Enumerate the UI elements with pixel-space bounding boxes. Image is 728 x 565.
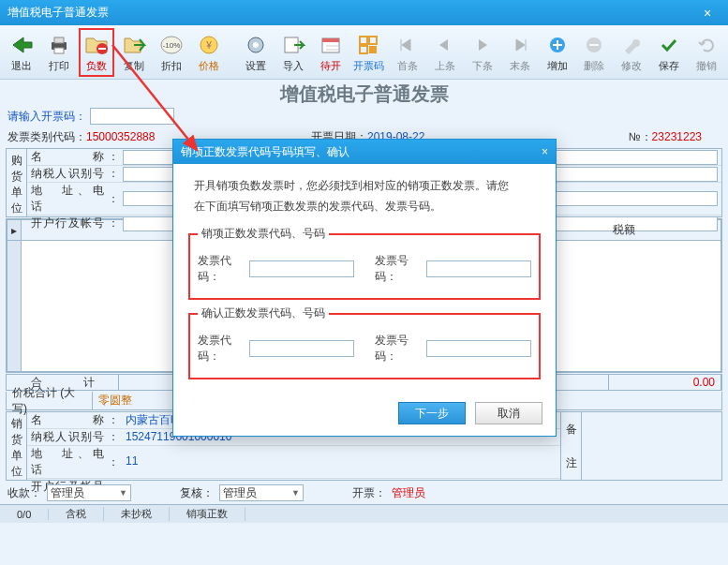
operators-row: 收款： 管理员▼ 复核： 管理员▼ 开票： 管理员 xyxy=(0,482,728,504)
copy-icon xyxy=(120,32,148,58)
inv-kind-cell: 销项正数 xyxy=(170,507,245,521)
type-code-label: 发票类别代码： xyxy=(7,129,86,145)
svg-rect-17 xyxy=(369,37,377,44)
calendar-icon xyxy=(317,32,345,58)
save-button[interactable]: 保存 xyxy=(651,28,687,77)
confirm-code-input[interactable] xyxy=(249,340,354,357)
code-button[interactable]: 开票码 xyxy=(350,28,386,77)
window-close-icon[interactable]: × xyxy=(694,6,721,21)
in-code-label: 请输入开票码： xyxy=(7,109,86,125)
folder-minus-icon xyxy=(82,32,111,58)
next-icon xyxy=(468,32,497,58)
seller-addr: 11 xyxy=(123,454,557,469)
modal-close-icon[interactable]: × xyxy=(542,145,548,158)
svg-rect-2 xyxy=(54,48,64,53)
no-value: 23231223 xyxy=(652,130,702,143)
setting-button[interactable]: 设置 xyxy=(239,28,275,77)
original-invoice-group: 销项正数发票代码、号码 发票代码： 发票号码： xyxy=(188,226,541,300)
main-toolbar: 退出 打印 负数 复制 -10% 折扣 ¥ 价格 设置 导入 待开 开票码 首条… xyxy=(0,25,728,80)
plus-icon xyxy=(543,32,572,58)
last-icon xyxy=(506,32,534,58)
svg-rect-1 xyxy=(54,37,64,43)
count-cell: 0/0 xyxy=(0,509,49,520)
reviewer-select[interactable]: 管理员▼ xyxy=(219,484,304,501)
svg-rect-22 xyxy=(589,44,599,46)
first-icon xyxy=(394,32,422,58)
modal-instruction: 开具销项负数发票时，您必须找到相对应的销项正数发票。请您 在下面填写销项正数发票… xyxy=(188,175,541,216)
no-label: №： xyxy=(629,129,652,145)
exit-button[interactable]: 退出 xyxy=(4,28,39,77)
svg-point-10 xyxy=(253,42,259,48)
import-icon xyxy=(279,32,307,58)
svg-rect-18 xyxy=(360,46,367,53)
cashier-select[interactable]: 管理员▼ xyxy=(47,484,131,501)
undo-button[interactable]: 撤销 xyxy=(689,28,724,77)
confirm-invoice-group: 确认正数发票代码、号码 发票代码： 发票号码： xyxy=(188,305,541,379)
discount-button[interactable]: -10% 折扣 xyxy=(154,28,189,77)
orig-code-input[interactable] xyxy=(249,260,354,277)
negative-button[interactable]: 负数 xyxy=(79,28,114,77)
print-button[interactable]: 打印 xyxy=(41,28,77,77)
import-button[interactable]: 导入 xyxy=(275,28,311,77)
page-title: 增值税电子普通发票 xyxy=(0,82,728,106)
pending-button[interactable]: 待开 xyxy=(313,28,349,77)
nav-prev-button[interactable]: 上条 xyxy=(427,28,463,77)
mod-button[interactable]: 修改 xyxy=(614,28,649,77)
svg-text:¥: ¥ xyxy=(205,40,212,51)
copy-button[interactable]: 复制 xyxy=(116,28,152,77)
remark-area[interactable] xyxy=(581,412,721,480)
cap-value: 零圆整 xyxy=(98,394,132,407)
issuer-value: 管理员 xyxy=(392,485,425,501)
price-icon: ¥ xyxy=(195,32,223,58)
printer-icon xyxy=(45,32,73,58)
copy-status-cell: 未抄税 xyxy=(104,507,170,521)
discount-icon: -10% xyxy=(157,32,186,58)
status-bar: 0/0 含税 未抄税 销项正数 xyxy=(0,504,728,523)
add-button[interactable]: 增加 xyxy=(540,28,575,77)
expand-col[interactable]: ▸ xyxy=(7,220,22,241)
sum-tax-value: 0.00 xyxy=(693,376,715,389)
modal-title: 销项正数发票代码号码填写、确认 xyxy=(181,144,349,160)
svg-rect-16 xyxy=(360,37,367,44)
gear-icon xyxy=(242,32,270,58)
wrench-icon xyxy=(617,32,646,58)
qrcode-icon xyxy=(354,32,382,58)
orig-num-input[interactable] xyxy=(426,260,531,277)
check-icon xyxy=(655,32,683,58)
nav-first-button[interactable]: 首条 xyxy=(390,28,425,77)
undo-icon xyxy=(692,32,721,58)
nav-next-button[interactable]: 下条 xyxy=(465,28,500,77)
minus-icon xyxy=(580,32,608,58)
price-button[interactable]: ¥ 价格 xyxy=(191,28,227,77)
arrow-left-icon xyxy=(7,32,36,58)
del-button[interactable]: 删除 xyxy=(577,28,613,77)
prev-icon xyxy=(431,32,459,58)
svg-rect-4 xyxy=(98,48,106,50)
window-title: 增值税电子普通发票 xyxy=(7,5,109,21)
confirm-num-input[interactable] xyxy=(426,340,531,357)
svg-rect-19 xyxy=(369,46,377,53)
invoice-code-modal: 销项正数发票代码号码填写、确认 × 开具销项负数发票时，您必须找到相对应的销项正… xyxy=(172,139,557,437)
svg-text:-10%: -10% xyxy=(162,41,180,50)
modal-cancel-button[interactable]: 取消 xyxy=(475,402,542,424)
in-code-input[interactable] xyxy=(90,108,174,125)
svg-rect-13 xyxy=(322,38,339,42)
nav-last-button[interactable]: 末条 xyxy=(502,28,538,77)
tax-mode-cell: 含税 xyxy=(49,507,104,521)
cap-label: 价税合计 (大写) xyxy=(7,392,93,409)
modal-next-button[interactable]: 下一步 xyxy=(398,402,466,424)
